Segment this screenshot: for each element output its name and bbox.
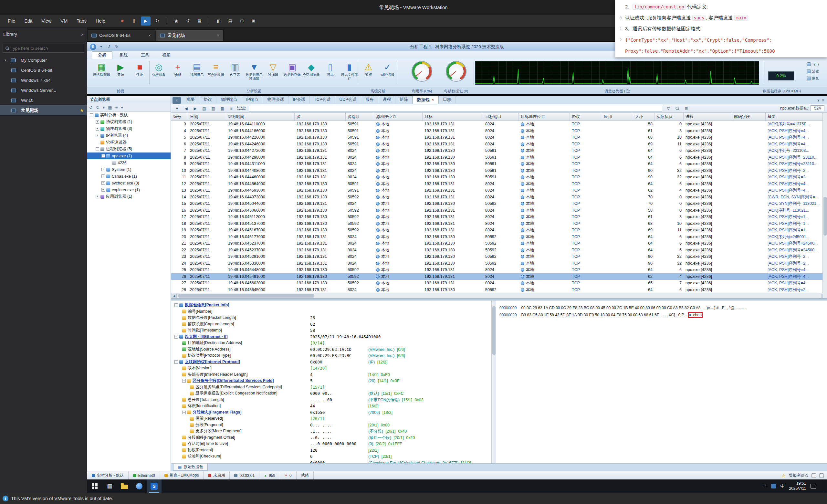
network-icon[interactable] (771, 484, 776, 489)
table-row[interactable]: 102025/07/1119:48:16.044408000192.168.17… (171, 167, 827, 174)
close-icon[interactable]: × (212, 33, 220, 38)
node-toolbar-icon-4[interactable]: ≡ (115, 105, 118, 110)
scroll-thumb[interactable] (823, 197, 827, 236)
find-icon[interactable] (674, 105, 680, 111)
column-header[interactable]: 目标 (423, 113, 483, 120)
close-icon[interactable]: × (432, 97, 434, 102)
ribbon-button[interactable]: ◆会话浏览器 (302, 60, 321, 86)
tree-node[interactable]: +Csnas.exe (1) (87, 173, 171, 180)
table-row[interactable]: 232025/07/1119:48:16.045291000192.168.17… (171, 253, 827, 260)
view-mode-icon[interactable]: ▤ (201, 105, 207, 111)
menu-edit[interactable]: Edit (20, 15, 37, 27)
table-row[interactable]: 212025/07/1119:48:16.045237000192.168.17… (171, 240, 827, 247)
detail-group[interactable]: −互联网协议[Internet Protocol][14/20] (171, 359, 496, 365)
tree-node[interactable]: +svchost.exe (3) (87, 180, 171, 187)
detail-field[interactable]: 总长度[Total Length]44[16/2] (171, 397, 496, 403)
hex-line[interactable]: 0000000000 0C 29 63 1A CD 00 0C 29 E8 23… (499, 304, 827, 311)
grid-icon[interactable] (812, 473, 816, 478)
ribbon-button[interactable]: ▣数据包存储 (283, 60, 302, 86)
collapse-icon[interactable]: − (101, 154, 105, 158)
expand-icon[interactable]: + (96, 134, 99, 137)
notification-icon[interactable] (811, 484, 816, 489)
export-icon[interactable]: ▼ (174, 105, 180, 111)
detail-field[interactable]: 版本[Version]4[14/1] 0xF0 (171, 365, 496, 371)
expand-icon[interactable]: + (101, 174, 105, 178)
detail-scrollbar[interactable] (491, 300, 496, 463)
ribbon-button[interactable]: ⚠警报 (359, 60, 378, 86)
ribbon-button[interactable]: ▦网络适配器 (92, 60, 111, 86)
expand-icon[interactable]: + (101, 181, 105, 185)
tree-node[interactable]: +物理浏览器 (3) (87, 125, 171, 132)
ribbon-button[interactable]: ✓威胁情报 (378, 60, 397, 86)
detail-field[interactable]: 分段[Fragment].1.. ....(不分段) [20/1] 0x40 (171, 422, 496, 429)
column-header[interactable]: 源 (295, 113, 346, 120)
table-row[interactable]: 242025/07/1119:48:16.045336000192.168.17… (171, 260, 827, 267)
tree-node[interactable]: 4236 (87, 159, 171, 166)
column-header[interactable]: 绝对时间 (226, 113, 295, 120)
node-toolbar-icon-0[interactable]: ↺ (89, 105, 93, 110)
tab-IP会话[interactable]: IP会话 (289, 96, 309, 104)
ribbon-button[interactable]: ◎分析对象 (149, 60, 168, 86)
expand-icon[interactable]: + (96, 195, 99, 198)
unity-button[interactable]: ▣ (249, 16, 258, 26)
table-row[interactable]: 172025/07/1119:48:16.045112000192.168.17… (171, 213, 827, 220)
sidebar-item-vm[interactable]: 常见靶场★ (0, 105, 87, 115)
table-row[interactable]: 52025/07/1119:48:16.044226000192.168.179… (171, 134, 827, 141)
column-header[interactable]: 编号 (171, 113, 188, 120)
tree-node[interactable]: VoIP浏览器 (87, 139, 171, 146)
table-row[interactable]: 112025/07/1119:48:16.044460000192.168.17… (171, 174, 827, 181)
ribbon-tab-0[interactable]: 分析 (92, 51, 112, 59)
detail-field[interactable]: 数据包长度[Packet Length]62 (171, 315, 496, 321)
detail-field[interactable]: 协议类型[Protocol Type]0x800(IP) [12/2] (171, 352, 496, 359)
collapse-icon[interactable]: − (175, 303, 178, 307)
tree-node[interactable]: −实时分析 - 默认 (87, 112, 171, 118)
sidebar-item-vm[interactable]: Windows 7 x64 (0, 75, 87, 85)
suspend-button[interactable]: ∥ (129, 16, 139, 26)
tab-协议[interactable]: 协议 (199, 96, 216, 104)
ribbon-button[interactable]: ▥名字表 (226, 60, 245, 86)
scroll-thumb[interactable] (178, 294, 314, 298)
table-row[interactable]: 252025/07/1119:48:16.045448000192.168.17… (171, 266, 827, 273)
table-row[interactable]: 62025/07/1119:48:16.044246000192.168.179… (171, 141, 827, 148)
node-toolbar-icon-3[interactable]: ▦ (108, 105, 112, 110)
table-row[interactable]: 272025/07/1119:48:16.045603000192.168.17… (171, 280, 827, 287)
ribbon-tab-1[interactable]: 系统 (114, 52, 134, 59)
prev-packet-icon[interactable]: ◀ (183, 105, 189, 111)
node-toolbar-icon-1[interactable]: ↻ (96, 105, 99, 110)
collapse-tabs-icon[interactable]: « (173, 97, 181, 104)
tab-物理端点[interactable]: 物理端点 (216, 96, 242, 104)
graph-tool-button[interactable]: 导出 (807, 61, 826, 68)
vm-tab[interactable]: CentOS 8 64-bit× (87, 30, 155, 41)
table-row[interactable]: 152025/07/1119:48:16.045044000192.168.17… (171, 200, 827, 207)
undo-icon[interactable]: ↺ (106, 45, 112, 49)
table-row[interactable]: 142025/07/1119:48:16.044973000192.168.17… (171, 194, 827, 201)
detail-field[interactable]: 头部长度[Internet Header Length]5(20) [14/1]… (171, 371, 496, 378)
packet-table-scrollbar[interactable] (823, 113, 827, 298)
tab-数据包[interactable]: 数据包× (412, 96, 439, 104)
vm-tab[interactable]: 常见靶场× (156, 30, 224, 41)
tab-服务[interactable]: 服务 (361, 96, 378, 104)
alert-browser-label[interactable]: 警报浏览器 (789, 473, 808, 478)
tree-node[interactable]: +协议浏览器 (1) (87, 118, 171, 125)
console-view-button[interactable]: ▤ (226, 16, 235, 26)
tab-概要[interactable]: 概要 (182, 96, 199, 104)
redo-icon[interactable]: ↻ (114, 45, 119, 49)
collapse-icon[interactable]: − (96, 147, 99, 151)
hex-line[interactable]: 00000020B3 83 C5 A0 1F 58 43 5D 8F 1A 9D… (499, 311, 827, 318)
detail-field[interactable]: 编号[Number]26 (171, 308, 496, 315)
column-header[interactable]: 目标端口 (483, 113, 519, 120)
tree-node[interactable]: +IP浏览器 (4) (87, 132, 171, 139)
graph-tool-button[interactable]: 恢复 (807, 75, 826, 82)
column-header[interactable]: 进程 (684, 113, 732, 120)
table-row[interactable]: 182025/07/1119:48:16.045137000192.168.17… (171, 220, 827, 227)
table-row[interactable]: 132025/07/1119:48:16.044593000192.168.17… (171, 187, 827, 194)
ribbon-tab-3[interactable]: 视图 (156, 52, 177, 59)
column-header[interactable]: 解码字段 (732, 113, 766, 120)
table-row[interactable]: 72025/07/1119:48:16.044272000192.168.179… (171, 147, 827, 154)
table-row[interactable]: 222025/07/1119:48:16.045237000192.168.17… (171, 247, 827, 254)
collapse-icon[interactable]: − (182, 411, 186, 414)
capsa-taskbar-button[interactable]: S (147, 480, 161, 493)
sidebar-item-vm[interactable]: CentOS 8 64-bit (0, 65, 87, 75)
column-header[interactable]: 应用 (602, 113, 633, 120)
reset-button[interactable]: ↻ (152, 16, 162, 26)
